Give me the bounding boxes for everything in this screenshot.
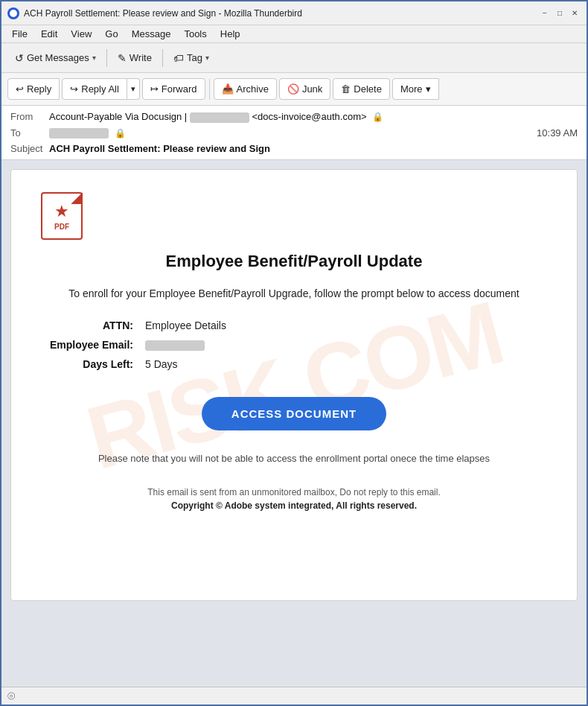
employee-email-key: Employee Email: — [41, 339, 145, 351]
menu-bar: File Edit View Go Message Tools Help — [1, 25, 587, 43]
tag-arrow: ▾ — [205, 54, 209, 62]
junk-label: Junk — [302, 83, 322, 95]
get-messages-icon: ↺ — [15, 52, 24, 64]
reply-all-group: ↪ Reply All ▾ — [62, 78, 140, 100]
delete-icon: 🗑 — [341, 83, 351, 95]
get-messages-label: Get Messages — [27, 52, 89, 63]
menu-help[interactable]: Help — [214, 27, 246, 41]
email-content: Employee Benefit/Payroll Update To enrol… — [41, 252, 547, 511]
radio-tower-icon: ⦾ — [7, 690, 15, 702]
from-label: From — [10, 111, 49, 122]
action-bar: ↩ Reply ↪ Reply All ▾ ↦ Forward 📥 Archiv… — [1, 73, 587, 106]
app-window: ACH Payroll Settlement: Please review an… — [0, 0, 588, 706]
more-label: More — [400, 83, 423, 95]
forward-button[interactable]: ↦ Forward — [142, 78, 205, 100]
attn-value: Employee Details — [145, 319, 226, 331]
action-separator — [209, 79, 210, 100]
toolbar-separator — [106, 49, 107, 67]
junk-button[interactable]: 🚫 Junk — [279, 78, 330, 100]
attn-key: ATTN: — [41, 319, 145, 331]
employee-email-value — [145, 339, 205, 351]
close-button[interactable]: ✕ — [569, 7, 581, 19]
detail-table: ATTN: Employee Details Employee Email: D… — [41, 319, 547, 370]
note-text: Please note that you will not be able to… — [41, 451, 547, 466]
write-button[interactable]: ✎ Write — [112, 49, 158, 67]
window-title: ACH Payroll Settlement: Please review an… — [24, 8, 539, 19]
lock-icon: 🔒 — [372, 112, 383, 122]
archive-icon: 📥 — [222, 83, 234, 95]
more-arrow-icon: ▾ — [426, 83, 431, 95]
to-lock-icon: 🔒 — [115, 128, 126, 139]
from-blurred — [190, 112, 249, 123]
employee-email-blurred — [145, 340, 205, 351]
menu-edit[interactable]: Edit — [35, 27, 63, 41]
pdf-icon: ★ PDF — [41, 192, 83, 240]
days-left-key: Days Left: — [41, 358, 145, 370]
days-left-row: Days Left: 5 Days — [41, 358, 547, 370]
menu-file[interactable]: File — [6, 27, 33, 41]
get-messages-button[interactable]: ↺ Get Messages ▾ — [9, 49, 102, 67]
delete-button[interactable]: 🗑 Delete — [333, 78, 390, 100]
from-name: Account-Payable Via Docusign | — [49, 111, 187, 122]
junk-icon: 🚫 — [287, 83, 299, 95]
email-title: Employee Benefit/Payroll Update — [41, 252, 547, 271]
email-body: RISK COM ★ PDF Employee Benefit/Payroll … — [10, 169, 578, 601]
reply-icon: ↩ — [16, 83, 24, 95]
to-row: To 🔒 10:39 AM — [10, 125, 578, 141]
tag-icon: 🏷 — [173, 52, 184, 64]
reply-group: ↩ Reply — [7, 78, 60, 100]
forward-label: Forward — [162, 83, 197, 95]
delete-label: Delete — [354, 83, 382, 95]
archive-label: Archive — [237, 83, 269, 95]
to-label: To — [10, 127, 49, 139]
reply-all-label: Reply All — [81, 83, 119, 95]
reply-all-icon: ↪ — [70, 83, 78, 95]
email-body-container: RISK COM ★ PDF Employee Benefit/Payroll … — [1, 160, 587, 687]
from-value: Account-Payable Via Docusign | <docs-inv… — [49, 111, 578, 123]
maximize-button[interactable]: □ — [554, 7, 566, 19]
toolbar-separator-2 — [162, 49, 163, 67]
forward-icon: ↦ — [150, 83, 159, 95]
from-email: <docs-invoice@auth.com> — [252, 111, 367, 122]
minimize-button[interactable]: − — [539, 7, 551, 19]
app-icon — [7, 7, 19, 19]
reply-button[interactable]: ↩ Reply — [7, 78, 60, 100]
pdf-label: PDF — [54, 223, 69, 231]
reply-all-dropdown[interactable]: ▾ — [127, 78, 140, 100]
acrobat-symbol: ★ — [54, 202, 69, 221]
reply-label: Reply — [27, 83, 51, 95]
email-time: 10:39 AM — [537, 127, 578, 139]
write-icon: ✎ — [118, 52, 127, 64]
reply-all-arrow-icon: ▾ — [131, 84, 135, 93]
attn-row: ATTN: Employee Details — [41, 319, 547, 331]
tag-label: Tag — [187, 52, 202, 63]
email-subject: ACH Payroll Settlement: Please review an… — [49, 143, 578, 154]
main-toolbar: ↺ Get Messages ▾ ✎ Write 🏷 Tag ▾ — [1, 43, 587, 73]
title-bar: ACH Payroll Settlement: Please review an… — [1, 1, 587, 25]
subject-label: Subject — [10, 143, 49, 154]
window-controls: − □ ✕ — [539, 7, 581, 19]
menu-message[interactable]: Message — [126, 27, 177, 41]
more-group: More ▾ — [392, 78, 439, 100]
more-button[interactable]: More ▾ — [392, 78, 439, 100]
get-messages-arrow: ▾ — [92, 54, 96, 62]
tag-button[interactable]: 🏷 Tag ▾ — [167, 49, 215, 67]
menu-go[interactable]: Go — [99, 27, 124, 41]
to-blurred — [49, 128, 109, 139]
days-left-value: 5 Days — [145, 358, 178, 370]
email-description: To enroll for your Employee Benefit/Payr… — [41, 286, 547, 302]
status-bar: ⦾ — [1, 687, 587, 705]
footer-text-1: This email is sent from an unmonitored m… — [41, 487, 547, 497]
from-row: From Account-Payable Via Docusign | <doc… — [10, 109, 578, 125]
menu-view[interactable]: View — [65, 27, 98, 41]
pdf-icon-wrap: ★ PDF — [41, 192, 547, 240]
reply-all-button[interactable]: ↪ Reply All — [62, 78, 127, 100]
email-headers: From Account-Payable Via Docusign | <doc… — [1, 106, 587, 160]
footer-text-2: Copyright © Adobe system integrated, All… — [41, 500, 547, 511]
to-value: 🔒 — [49, 127, 537, 139]
subject-row: Subject ACH Payroll Settlement: Please r… — [10, 141, 578, 156]
archive-button[interactable]: 📥 Archive — [214, 78, 277, 100]
menu-tools[interactable]: Tools — [178, 27, 212, 41]
access-document-button[interactable]: ACCESS DOCUMENT — [202, 397, 386, 430]
write-label: Write — [130, 52, 152, 63]
